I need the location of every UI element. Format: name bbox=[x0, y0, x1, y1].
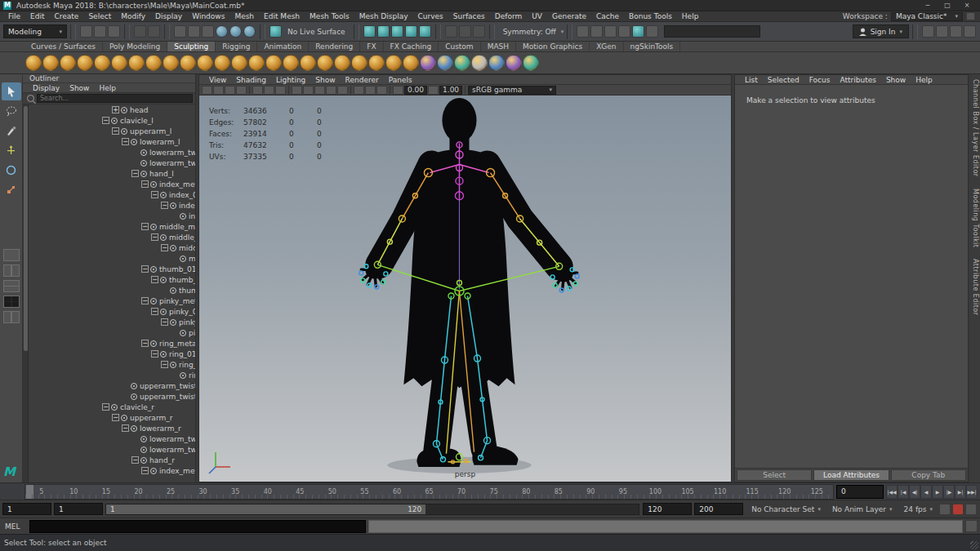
shelf-tool-icon[interactable] bbox=[523, 55, 539, 71]
exposure-field[interactable]: 0.00 bbox=[404, 86, 427, 95]
isolate-select-icon[interactable] bbox=[354, 86, 364, 95]
outliner-menu-item[interactable]: Display bbox=[28, 84, 65, 92]
menu-item[interactable]: Help bbox=[677, 12, 704, 20]
outliner-item[interactable]: − upperarm_l bbox=[29, 126, 195, 136]
shelf-tool-icon[interactable] bbox=[180, 55, 196, 71]
outliner-item[interactable]: − hand_l bbox=[29, 168, 195, 179]
playback-button[interactable]: |◀ bbox=[898, 485, 909, 499]
shelf-tool-icon[interactable] bbox=[128, 55, 145, 71]
viewport-menu-item[interactable]: Renderer bbox=[341, 76, 384, 84]
attribute-editor-menu-item[interactable]: Focus bbox=[804, 76, 835, 84]
viewport-menu-item[interactable]: Shading bbox=[231, 76, 271, 84]
save-scene-icon[interactable] bbox=[108, 25, 120, 38]
expand-toggle[interactable]: − bbox=[112, 127, 119, 135]
shelf-tool-icon[interactable] bbox=[60, 55, 76, 71]
quick-selection-field[interactable] bbox=[664, 25, 760, 38]
shelf-tab[interactable]: ngSkinTools bbox=[624, 42, 681, 51]
render-settings-icon[interactable] bbox=[618, 25, 630, 38]
menu-item[interactable]: Display bbox=[150, 12, 187, 20]
gamma-field[interactable]: 1.00 bbox=[439, 86, 462, 95]
menu-set-dropdown[interactable]: Modeling ▾ bbox=[3, 24, 67, 38]
xray-icon[interactable] bbox=[365, 86, 376, 95]
xray-joints-icon[interactable] bbox=[376, 86, 387, 95]
two-pane-side-layout-button[interactable] bbox=[3, 264, 20, 277]
animation-preferences-icon[interactable] bbox=[965, 504, 977, 515]
shelf-tool-icon[interactable] bbox=[111, 55, 127, 71]
bookmark-icon[interactable] bbox=[236, 86, 247, 95]
scale-tool-button[interactable] bbox=[2, 180, 21, 198]
anim-layer-dropdown[interactable]: No Anim Layer ▾ bbox=[832, 505, 893, 513]
shelf-tool-icon[interactable] bbox=[334, 55, 350, 71]
shelf-tab[interactable]: MASH bbox=[481, 42, 516, 51]
open-scene-icon[interactable] bbox=[94, 25, 106, 38]
expand-toggle[interactable]: − bbox=[161, 202, 168, 209]
outliner-item[interactable]: − hand_r bbox=[29, 455, 195, 465]
outliner-menu-item[interactable]: Help bbox=[94, 84, 121, 92]
expand-toggle[interactable]: − bbox=[141, 265, 149, 273]
workspace-lock-icon[interactable] bbox=[966, 12, 975, 20]
shelf-tool-icon[interactable] bbox=[506, 55, 522, 71]
lock-camera-icon[interactable] bbox=[213, 86, 224, 95]
shelf-tool-icon[interactable] bbox=[403, 55, 419, 71]
symmetry-label[interactable]: Symmetry: Off bbox=[503, 28, 556, 36]
outliner-item[interactable]: − thumb_01_l bbox=[29, 264, 195, 274]
expand-toggle[interactable]: − bbox=[131, 170, 139, 177]
menu-item[interactable]: Windows bbox=[187, 12, 229, 20]
viewport-menu-item[interactable]: Show bbox=[310, 76, 340, 84]
expand-toggle[interactable]: − bbox=[161, 361, 168, 368]
shelf-tool-icon[interactable] bbox=[437, 55, 453, 71]
animation-end-field[interactable]: 200 bbox=[694, 503, 743, 515]
shelf-tab[interactable]: Curves / Surfaces bbox=[24, 42, 103, 51]
playback-button[interactable]: ▶| bbox=[955, 485, 966, 499]
outliner-item[interactable]: − lowerarm_l bbox=[29, 136, 195, 147]
shelf-tab[interactable]: Rigging bbox=[216, 42, 257, 51]
outliner-item[interactable]: − index_02_l bbox=[29, 200, 195, 211]
shelf-tab[interactable]: FX bbox=[360, 42, 383, 51]
hypershade-icon[interactable] bbox=[632, 25, 644, 38]
menu-item[interactable]: Edit bbox=[25, 12, 49, 20]
shelf-tool-icon[interactable] bbox=[317, 55, 333, 71]
snap-surface-icon[interactable] bbox=[419, 25, 431, 38]
expand-toggle[interactable]: − bbox=[141, 297, 149, 304]
maximize-button[interactable]: □ bbox=[938, 2, 957, 9]
outliner-item[interactable]: middle_03_l bbox=[29, 253, 195, 264]
expand-toggle[interactable]: − bbox=[102, 403, 109, 411]
outliner-item[interactable]: − ring_01_l bbox=[29, 349, 195, 359]
render-current-frame-icon[interactable] bbox=[590, 25, 603, 38]
snap-plane-icon[interactable] bbox=[405, 25, 417, 38]
shelf-tool-icon[interactable] bbox=[163, 55, 179, 71]
auto-keyframe-button[interactable] bbox=[952, 504, 964, 515]
sidebar-tab[interactable]: Attribute Editor bbox=[972, 259, 979, 316]
expand-toggle[interactable]: − bbox=[151, 308, 158, 315]
menu-item[interactable]: Curves bbox=[413, 12, 448, 20]
render-view-icon[interactable] bbox=[577, 25, 589, 38]
shelf-tool-icon[interactable] bbox=[420, 55, 436, 71]
playback-button[interactable]: ◀| bbox=[909, 485, 920, 499]
sidebar-channel-box-icon[interactable] bbox=[964, 25, 976, 38]
shelf-tool-icon[interactable] bbox=[454, 55, 470, 71]
snap-curve-icon[interactable] bbox=[377, 25, 390, 38]
wireframe-icon[interactable] bbox=[292, 86, 302, 95]
outliner-item[interactable]: − ring_02_l bbox=[29, 359, 195, 370]
outliner-item[interactable]: − upperarm_r bbox=[29, 412, 195, 423]
shelf-tool-icon[interactable] bbox=[42, 55, 59, 71]
viewport-menu-item[interactable]: View bbox=[204, 76, 231, 84]
menu-item[interactable]: Bonus Tools bbox=[624, 12, 677, 20]
minimize-button[interactable]: ─ bbox=[918, 2, 938, 9]
image-plane-icon[interactable] bbox=[252, 86, 263, 95]
outliner-item[interactable]: − index_metacarpal_l bbox=[29, 179, 195, 189]
shelf-tool-icon[interactable] bbox=[214, 55, 230, 71]
playback-button[interactable]: |◀◀ bbox=[886, 485, 898, 499]
shelf-tab[interactable]: Animation bbox=[257, 42, 309, 51]
single-pane-layout-button[interactable] bbox=[3, 249, 20, 261]
shelf-tab[interactable]: XGen bbox=[590, 42, 623, 51]
close-button[interactable]: × bbox=[957, 2, 977, 9]
render-setup-icon[interactable] bbox=[646, 25, 658, 38]
outliner-item[interactable]: − clavicle_r bbox=[29, 402, 195, 412]
menu-item[interactable]: UV bbox=[527, 12, 547, 20]
two-pane-stacked-layout-button[interactable] bbox=[3, 280, 20, 292]
outliner-item[interactable]: − middle_metacarpal_l bbox=[29, 221, 195, 232]
outliner-item[interactable]: upperarm_twist_01_l bbox=[29, 380, 195, 391]
expand-toggle[interactable]: − bbox=[122, 138, 129, 145]
outliner-item[interactable]: − middle_02_l bbox=[29, 242, 195, 253]
